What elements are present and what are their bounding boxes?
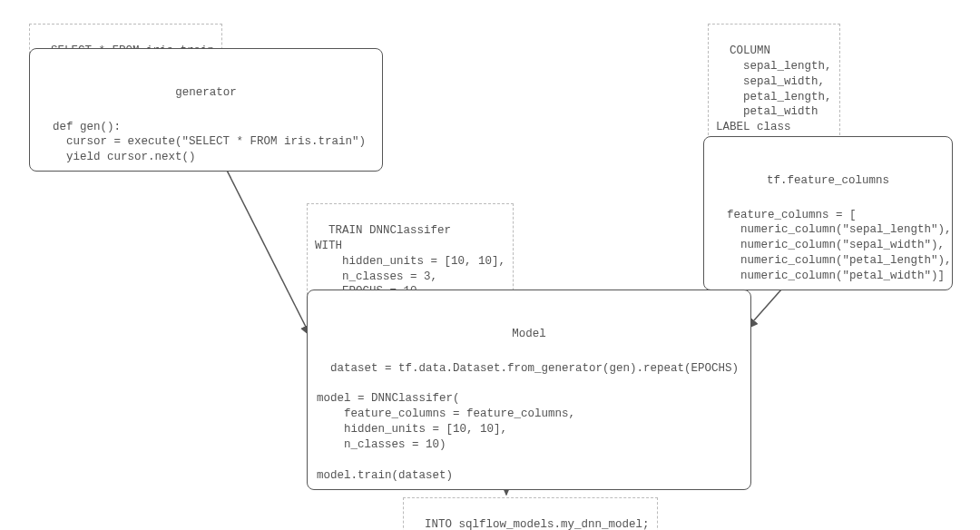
sql-into-text: INTO sqlflow_models.my_dnn_model; — [425, 518, 650, 530]
sql-column-text: COLUMN sepal_length, sepal_width, petal_… — [716, 44, 832, 133]
feature-columns-box: tf.feature_columns feature_columns = [ n… — [703, 136, 953, 290]
sql-train-text: TRAIN DNNClassifer WITH hidden_units = [… — [315, 224, 505, 299]
feature-columns-title: tf.feature_columns — [713, 173, 943, 189]
generator-title: generator — [39, 85, 373, 101]
model-title: Model — [317, 327, 741, 342]
generator-box: generator def gen(): cursor = execute("S… — [29, 48, 383, 172]
sql-into-box: INTO sqlflow_models.my_dnn_model; — [403, 497, 658, 530]
sql-column-box: COLUMN sepal_length, sepal_width, petal_… — [708, 24, 840, 140]
model-code: dataset = tf.data.Dataset.from_generator… — [317, 362, 739, 482]
feature-columns-code: feature_columns = [ numeric_column("sepa… — [713, 209, 952, 283]
generator-code: def gen(): cursor = execute("SELECT * FR… — [39, 121, 366, 164]
model-box: Model dataset = tf.data.Dataset.from_gen… — [307, 290, 751, 490]
